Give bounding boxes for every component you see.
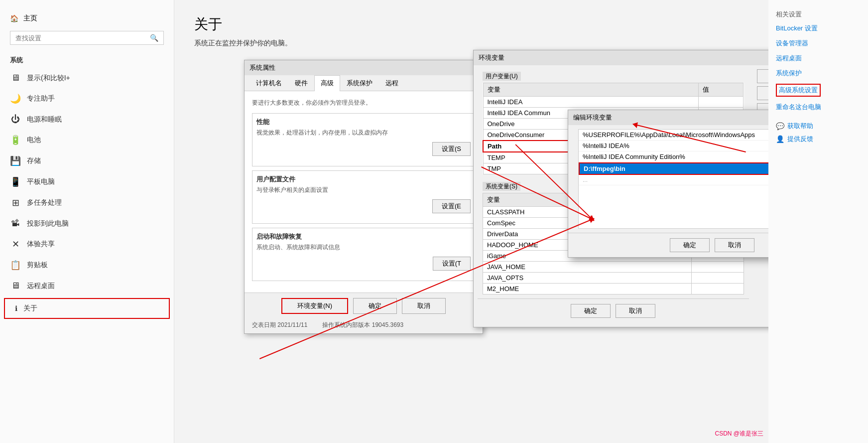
sidebar-item-project[interactable]: 📽 投影到此电脑 [0, 213, 174, 234]
ffmpeg-item[interactable]: D:\ffmpeg\bin [579, 162, 768, 175]
sidebar-item-display[interactable]: 🖥 显示(和比较I+ [0, 68, 174, 88]
col-val-header: 值 [698, 83, 743, 97]
edit-env-title-bar: 编辑环境变量 × [568, 110, 768, 125]
sidebar-item-label: 平板电脑 [27, 177, 55, 186]
user-profile-desc: 与登录帐户相关的桌面设置 [256, 186, 471, 194]
list-item[interactable]: ... [579, 175, 768, 185]
edit-env-content: %USERPROFILE%\AppData\Local\Microsoft\Wi… [568, 125, 768, 233]
advanced-system-link[interactable]: 高级系统设置 [776, 84, 821, 97]
table-row[interactable]: JAVA_HOME [483, 262, 744, 273]
edit-env-dialog: 编辑环境变量 × %USERPROFILE%\AppData\Local\Mic… [568, 110, 768, 258]
sidebar-item-label: 专注助手 [27, 94, 55, 103]
edit-env-title: 编辑环境变量 [573, 113, 612, 122]
user-vars-heading: 用户变量(U) [483, 72, 521, 81]
right-panel-title: 相关设置 [776, 10, 861, 19]
var-value [698, 97, 743, 108]
search-input[interactable] [15, 34, 150, 42]
main-content: 关于 系统正在监控并保护你的电脑。 系统属性 ✕ 计算机名 硬件 高级 系统保护… [174, 0, 768, 443]
right-panel: 相关设置 BitLocker 设置 设备管理器 远程桌面 系统保护 高级系统设置… [768, 0, 868, 443]
sidebar-home[interactable]: 🏠 主页 [10, 10, 164, 27]
watermark: CSDN @谁是张三 [715, 430, 763, 438]
edit-button[interactable]: 编辑(E) [757, 86, 768, 100]
system-props-dialog: 系统属性 ✕ 计算机名 硬件 高级 系统保护 远程 要进行大多数更改，你必须作为… [244, 60, 483, 334]
sidebar-item-tablet[interactable]: 📱 平板电脑 [0, 171, 174, 192]
system-props-body: 要进行大多数更改，你必须作为管理员登录。 性能 视觉效果，处理器计划，内存使用，… [245, 91, 483, 293]
system-props-title: 系统属性 [249, 63, 275, 72]
sidebar-item-multitask[interactable]: ⊞ 多任务处理 [0, 192, 174, 213]
tab-system-protection[interactable]: 系统保护 [340, 75, 379, 91]
env-ok-button[interactable]: 确定 [571, 304, 611, 318]
tab-remote[interactable]: 远程 [379, 75, 405, 91]
get-help-link[interactable]: 获取帮助 [787, 122, 813, 131]
display-icon: 🖥 [10, 73, 21, 83]
tab-computer-name[interactable]: 计算机名 [249, 75, 288, 91]
list-item[interactable]: %IntelliJ IDEA Community Edition% [579, 151, 768, 162]
search-box[interactable]: 🔍 [10, 31, 164, 45]
bitlocker-link[interactable]: BitLocker 设置 [776, 24, 861, 33]
home-icon: 🏠 [10, 14, 18, 22]
startup-section: 启动和故障恢复 系统启动、系统故障和调试信息 设置(T [252, 228, 475, 281]
system-protection-link[interactable]: 系统保护 [776, 69, 861, 78]
date-label: 交表日期 2021/11/11 [252, 321, 307, 329]
env-cancel-button[interactable]: 取消 [616, 304, 655, 318]
sidebar-item-label: 体验共享 [27, 240, 55, 249]
sidebar-item-battery[interactable]: 🔋 电池 [0, 130, 174, 150]
rename-pc-link[interactable]: 重命名这台电脑 [776, 103, 861, 112]
edit-env-cancel-button[interactable]: 取消 [715, 238, 754, 252]
new-button[interactable]: 新建(N) [757, 69, 768, 83]
env-vars-button[interactable]: 环境变量(N) [281, 298, 348, 314]
sidebar-item-label: 存储 [27, 156, 41, 165]
version-label: 操作系统内部版本 19045.3693 [322, 321, 403, 329]
remote-icon: 🖥 [10, 281, 21, 291]
env-vars-title: 环境变量 [479, 53, 504, 62]
remote-desktop-link[interactable]: 远程桌面 [776, 54, 861, 63]
sidebar-item-label: 远程桌面 [27, 282, 55, 291]
startup-settings-button[interactable]: 设置(T [433, 257, 471, 271]
list-item[interactable]: %USERPROFILE%\AppData\Local\Microsoft\Wi… [579, 130, 768, 141]
admin-note: 要进行大多数更改，你必须作为管理员登录。 [252, 99, 475, 107]
performance-desc: 视觉效果，处理器计划，内存使用，以及虚拟内存 [256, 129, 471, 137]
system-props-title-bar: 系统属性 ✕ [245, 60, 483, 75]
table-row[interactable]: JAVA_OPTS [483, 273, 744, 284]
startup-title: 启动和故障恢复 [256, 232, 471, 241]
page-subtitle: 系统正在监控并保护你的电脑。 [194, 39, 748, 48]
system-props-cancel-button[interactable]: 取消 [402, 298, 446, 314]
performance-settings-button[interactable]: 设置(S [432, 142, 471, 156]
tab-hardware[interactable]: 硬件 [288, 75, 314, 91]
sidebar-item-power[interactable]: ⏻ 电源和睡眠 [0, 109, 174, 130]
edit-env-ok-button[interactable]: 确定 [670, 238, 710, 252]
user-profile-title: 用户配置文件 [256, 175, 471, 184]
system-vars-heading: 系统变量(S) [483, 182, 520, 191]
env-vars-footer: 确定 取消 [478, 298, 749, 323]
sidebar-item-label: 电池 [27, 136, 41, 145]
sidebar-item-label: 投影到此电脑 [27, 219, 69, 228]
system-props-ok-button[interactable]: 确定 [353, 298, 397, 314]
focus-icon: 🌙 [10, 93, 21, 104]
share-icon: ✕ [10, 239, 21, 250]
col-var-header: 变量 [483, 83, 698, 97]
sidebar-item-label: 电源和睡眠 [27, 115, 62, 124]
sidebar-item-clipboard[interactable]: 📋 剪贴板 [0, 255, 174, 276]
about-icon: ℹ [15, 304, 17, 312]
table-row[interactable]: IntelliJ IDEA [483, 97, 744, 108]
tab-advanced[interactable]: 高级 [314, 75, 340, 91]
tablet-icon: 📱 [10, 176, 21, 187]
table-row[interactable]: M2_HOME [483, 284, 744, 295]
sidebar-item-focus[interactable]: 🌙 专注助手 [0, 88, 174, 109]
sidebar-item-remote[interactable]: 🖥 远程桌面 [0, 276, 174, 296]
device-manager-link[interactable]: 设备管理器 [776, 39, 861, 48]
list-item[interactable]: %IntelliJ IDEA% [579, 141, 768, 151]
system-props-bottom-info: 交表日期 2021/11/11 操作系统内部版本 19045.3693 [245, 319, 483, 333]
feedback-row[interactable]: 👤 提供反馈 [776, 135, 861, 144]
sidebar-item-share[interactable]: ✕ 体验共享 [0, 234, 174, 255]
get-help-row[interactable]: 💬 获取帮助 [776, 122, 861, 131]
sidebar-item-storage[interactable]: 💾 存储 [0, 150, 174, 171]
battery-icon: 🔋 [10, 135, 21, 146]
sidebar-item-about[interactable]: ℹ 关于 [4, 298, 170, 319]
var-name: IntelliJ IDEA [483, 97, 698, 108]
user-profile-section: 用户配置文件 与登录帐户相关的桌面设置 设置(E [252, 170, 475, 224]
feedback-link[interactable]: 提供反馈 [787, 135, 813, 144]
storage-icon: 💾 [10, 155, 21, 166]
multitask-icon: ⊞ [10, 197, 21, 208]
user-profile-settings-button[interactable]: 设置(E [432, 199, 471, 213]
